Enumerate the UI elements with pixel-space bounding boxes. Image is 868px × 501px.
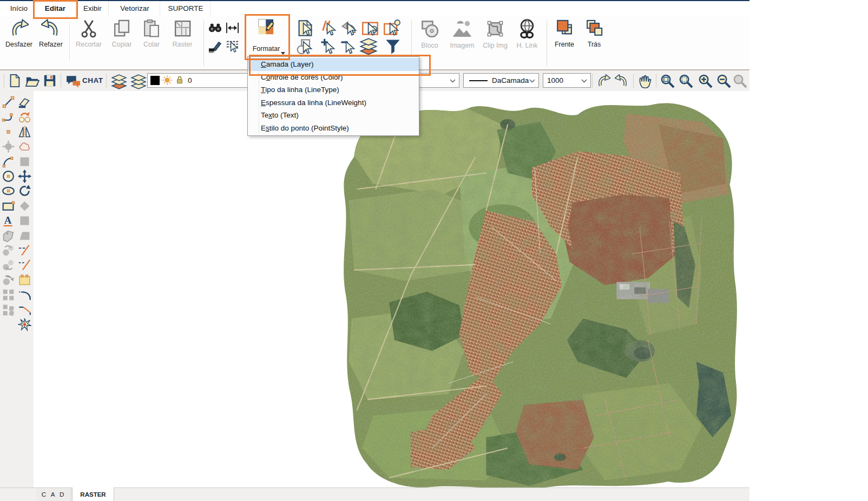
raster-button[interactable]: Raster <box>167 18 198 48</box>
circle-tool-icon[interactable] <box>2 170 16 184</box>
rectangle-tool-icon[interactable] <box>2 199 16 213</box>
new-file-icon[interactable] <box>8 74 22 88</box>
tab-inicio[interactable]: Início <box>4 1 34 16</box>
tab-vetorizar[interactable]: Vetorizar <box>110 1 160 16</box>
layer-name: 0 <box>188 76 192 84</box>
tab-cad[interactable]: C A D <box>36 488 71 501</box>
undo-icon <box>9 18 29 40</box>
array-b-tool-icon[interactable] <box>2 303 16 317</box>
desfazer-button[interactable]: Desfazer <box>3 18 35 48</box>
copiar-button[interactable]: Copiar <box>107 18 136 48</box>
select-parallel-icon[interactable] <box>320 19 339 35</box>
copy-b-tool-icon[interactable] <box>2 258 16 272</box>
tab-exibir[interactable]: Exibir <box>77 1 109 16</box>
text-tool-icon[interactable]: A <box>2 214 16 228</box>
menu-item-estilo-do-ponto[interactable]: Estilo do ponto (PointStyle) <box>248 122 419 135</box>
ellipse-tool-icon[interactable] <box>2 184 16 198</box>
tab-editar[interactable]: Editar <box>35 1 76 16</box>
tag-tool-icon[interactable] <box>2 229 16 243</box>
arc-tool-icon[interactable] <box>2 155 16 169</box>
select-previous-icon[interactable] <box>341 19 359 35</box>
mirror-tool-icon[interactable] <box>18 125 32 139</box>
colar-button[interactable]: Colar <box>137 18 166 48</box>
select-remove-icon[interactable] <box>339 38 358 53</box>
select-crossing-icon[interactable] <box>383 19 402 35</box>
select-object-icon[interactable] <box>297 19 315 35</box>
select-similar-icon[interactable] <box>297 38 315 53</box>
zoom-window-icon[interactable] <box>679 74 693 88</box>
linetype-combo[interactable]: DaCamada <box>463 73 539 88</box>
square-tool-icon[interactable] <box>18 214 32 228</box>
clip-img-button[interactable]: Clip Img <box>479 18 511 49</box>
zoom-extents-icon[interactable] <box>660 74 675 88</box>
rotate-tool-icon[interactable] <box>18 184 32 198</box>
match-properties-icon[interactable] <box>225 39 240 54</box>
rotate-copy-tool-icon[interactable] <box>18 110 32 124</box>
aerial-orthophoto-image[interactable] <box>324 92 740 489</box>
copy-c-tool-icon[interactable] <box>2 274 16 288</box>
menu-item-espessura-da-linha[interactable]: Espessura da linha (LineWeight) <box>248 96 419 109</box>
layer-states-icon[interactable] <box>130 74 147 88</box>
refazer-button[interactable]: Refazer <box>36 18 66 48</box>
scissors-icon <box>79 18 98 40</box>
zoom-disabled-icon <box>733 74 747 88</box>
menu-item-texto[interactable]: Texto (Text) <box>248 109 419 122</box>
array-a-tool-icon[interactable] <box>2 288 16 302</box>
note-tool-icon[interactable] <box>18 274 32 288</box>
copy-a-tool-icon[interactable] <box>2 244 16 258</box>
paintbrush-icon[interactable] <box>208 39 223 54</box>
layer-manager-icon[interactable] <box>111 74 127 88</box>
filter-funnel-icon[interactable] <box>384 38 403 53</box>
chamfer-tool-icon[interactable] <box>18 303 32 317</box>
drawing-canvas[interactable] <box>34 91 868 487</box>
zoom-out-icon[interactable] <box>716 74 731 88</box>
redo-small-icon[interactable] <box>615 74 629 88</box>
hlink-button[interactable]: H. Link <box>512 18 542 49</box>
eraser-tool-icon[interactable] <box>18 95 32 109</box>
line-tool-icon[interactable] <box>2 95 16 109</box>
select-add-icon[interactable] <box>319 38 338 53</box>
distance-arrows-icon[interactable] <box>225 21 240 36</box>
undo-small-icon[interactable] <box>596 74 611 88</box>
binoculars-icon[interactable] <box>208 21 223 36</box>
polyline-tool-icon[interactable] <box>2 110 16 124</box>
frente-button[interactable]: Frente <box>550 18 579 48</box>
fill-square-tool-icon[interactable] <box>18 155 32 169</box>
menu-item-tipo-da-linha[interactable]: Tipo da linha (LineType) <box>248 83 419 96</box>
format-colors-pencil-icon <box>258 18 275 37</box>
formatar-button[interactable]: Formatar <box>247 18 286 53</box>
pan-hand-icon[interactable] <box>637 74 652 88</box>
menu-item-camada[interactable]: Camada (Layer) <box>248 58 419 71</box>
bring-to-front-icon <box>555 18 574 40</box>
extend-tool-icon[interactable] <box>18 258 32 272</box>
cloud-tool-icon[interactable] <box>18 140 32 154</box>
layers-stack-icon[interactable] <box>359 38 379 53</box>
point-style-tool-icon[interactable] <box>2 140 16 154</box>
open-folder-icon[interactable] <box>25 74 40 88</box>
zoom-in-icon[interactable] <box>698 74 713 88</box>
trapezoid-tool-icon[interactable] <box>18 229 32 243</box>
explode-tool-icon[interactable] <box>18 318 32 332</box>
chat-bubble-icon[interactable] <box>65 74 82 88</box>
move-tool-icon[interactable] <box>18 170 32 184</box>
diamond-tool-icon[interactable] <box>18 199 32 213</box>
scale-value: 1000 <box>547 76 563 84</box>
trim-tool-icon[interactable] <box>18 244 32 258</box>
fillet-tool-icon[interactable] <box>18 288 32 302</box>
bloco-button[interactable]: Bloco <box>415 18 445 49</box>
tab-suporte[interactable]: SUPORTE <box>161 1 211 16</box>
recortar-button[interactable]: Recortar <box>73 18 105 48</box>
point-tool-icon[interactable] <box>2 125 16 139</box>
layer-on-sun-icon <box>162 75 174 87</box>
tras-button[interactable]: Trás <box>581 18 607 48</box>
save-icon[interactable] <box>43 74 57 88</box>
chat-label[interactable]: CHAT <box>82 76 103 84</box>
select-window-icon[interactable] <box>361 19 380 35</box>
scale-combo[interactable]: 1000 <box>543 73 591 88</box>
formatar-dropdown-arrow[interactable] <box>280 49 286 53</box>
tab-raster[interactable]: RASTER <box>72 487 114 501</box>
imagem-button[interactable]: Imagem <box>446 18 478 49</box>
layer-selector[interactable]: 0 <box>147 73 250 88</box>
menu-item-controle-de-cores[interactable]: Controle de cores (Color) <box>248 71 419 84</box>
raster-icon <box>173 18 192 40</box>
